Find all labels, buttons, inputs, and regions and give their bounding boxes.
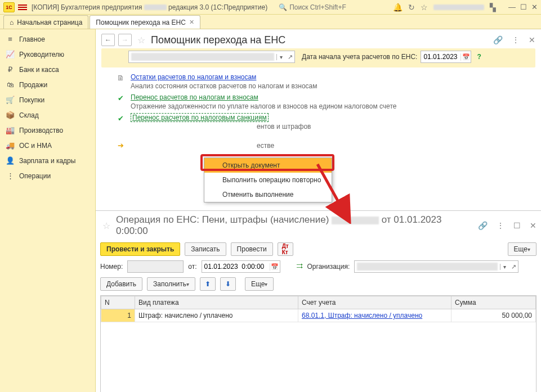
number-input[interactable]: [127, 260, 184, 273]
sidebar-item-assets[interactable]: 🚚ОС и НМА: [0, 138, 95, 153]
tab-assistant[interactable]: Помощник перехода на ЕНС ✕: [90, 15, 200, 29]
date-label: Дата начала учета расчетов по ЕНС:: [302, 53, 417, 61]
move-down-button[interactable]: ⬇: [220, 277, 236, 291]
bell-icon[interactable]: 🔔: [393, 3, 403, 12]
factory-icon: 🏭: [6, 126, 15, 134]
menu-item-open-doc[interactable]: Открыть документ: [204, 158, 332, 173]
sidebar-item-bank[interactable]: ₽Банк и касса: [0, 62, 95, 77]
search-input[interactable]: [289, 3, 363, 11]
close-icon[interactable]: ✕: [189, 19, 194, 26]
doc-window: ☆ Операция по ЕНС: Пени, штрафы (начисле…: [96, 210, 541, 392]
journal-icon: ⋮: [6, 172, 15, 180]
history-icon[interactable]: ↻: [408, 3, 415, 12]
col-type[interactable]: Вид платежа: [135, 296, 298, 309]
sidebar-item-production[interactable]: 🏭Производство: [0, 123, 95, 138]
org-row: ▾ ↗ Дата начала учета расчетов по ЕНС: 📅…: [101, 48, 535, 67]
cell-sum: 50 000,00: [451, 309, 536, 322]
col-account[interactable]: Счет учета: [298, 296, 451, 309]
context-menu: Открыть документ Выполнить операцию повт…: [204, 157, 332, 202]
move-up-button[interactable]: ⬆: [200, 277, 216, 291]
tab-assistant-label: Помощник перехода на ЕНС: [96, 19, 186, 26]
user-blur: [433, 4, 484, 10]
help-icon[interactable]: ?: [477, 53, 481, 61]
dt-kt-button[interactable]: ДтКт: [278, 242, 293, 256]
sidebar-item-manager[interactable]: 📈Руководителю: [0, 47, 95, 62]
step-link[interactable]: Перенос расчетов по налоговым санкциям: [131, 113, 269, 122]
tab-home[interactable]: ⌂ Начальная страница: [3, 15, 88, 29]
sidebar-item-hr[interactable]: 👤Зарплата и кадры: [0, 153, 95, 168]
main-menu-icon[interactable]: [18, 4, 27, 10]
favorite-icon[interactable]: ☆: [137, 35, 145, 46]
col-sum[interactable]: Сумма: [451, 296, 536, 309]
more-button[interactable]: Еще: [508, 242, 536, 256]
app-title: [КОПИЯ] Бухгалтерия предприятия редакция…: [32, 3, 267, 11]
favorite-icon[interactable]: ☆: [102, 220, 110, 231]
cell-account: 68.01.1, Штраф: начислено / уплачено: [298, 309, 451, 322]
account-link[interactable]: 68.01.1, Штраф: начислено / уплачено: [302, 312, 422, 319]
menu-item-rerun[interactable]: Выполнить операцию повторно: [204, 173, 332, 187]
check-icon: ✔: [116, 114, 125, 123]
sidebar-item-warehouse[interactable]: 📦Склад: [0, 107, 95, 123]
chevron-down-icon[interactable]: ▾: [276, 54, 285, 60]
step-desc: естве: [131, 142, 535, 150]
step-1: 🗎 Остатки расчетов по налогам и взносам …: [116, 73, 535, 90]
maximize-icon[interactable]: ☐: [513, 221, 521, 230]
link-icon[interactable]: 🔗: [478, 221, 488, 230]
kebab-icon[interactable]: ⋮: [497, 221, 504, 230]
sidebar-item-operations[interactable]: ⋮Операции: [0, 168, 95, 183]
calendar-icon[interactable]: 📅: [460, 53, 471, 61]
sidebar-item-label: Руководителю: [19, 51, 64, 58]
sidebar-item-main[interactable]: ≡Главное: [0, 31, 95, 47]
sidebar-item-label: Покупки: [19, 96, 44, 104]
step-link[interactable]: Остатки расчетов по налогам и взносам: [131, 73, 256, 81]
grid-toolbar: Добавить Заполнить ⬆ ⬇ Еще: [96, 275, 541, 293]
sidebar-item-label: Склад: [19, 111, 39, 119]
doc-toolbar: Провести и закрыть Записать Провести ДтК…: [96, 240, 541, 258]
doc-date-field[interactable]: 📅: [202, 260, 280, 273]
sidebar-item-purchases[interactable]: 🛒Покупки: [0, 92, 95, 107]
post-button[interactable]: Провести: [231, 242, 273, 256]
add-button[interactable]: Добавить: [100, 277, 142, 291]
step-link[interactable]: Перенос расчетов по налогам и взносам: [131, 93, 258, 101]
table-row[interactable]: 1 Штраф: начислено / уплачено 68.01.1, Ш…: [101, 309, 536, 322]
nav-back-button[interactable]: ←: [101, 34, 115, 46]
box-icon: 📦: [6, 111, 15, 119]
open-icon[interactable]: ↗: [509, 263, 518, 271]
start-date-field[interactable]: 📅: [421, 51, 471, 63]
star-icon[interactable]: ☆: [421, 3, 428, 12]
close-button[interactable]: ✕: [531, 3, 538, 11]
apps-icon[interactable]: ▚: [490, 3, 496, 12]
maximize-button[interactable]: ☐: [520, 3, 527, 11]
doc-title: Операция по ЕНС: Пени, штрафы (начислени…: [116, 214, 466, 237]
start-date-input[interactable]: [421, 53, 460, 61]
org-value-blur: [131, 53, 274, 61]
post-close-button[interactable]: Провести и закрыть: [100, 242, 180, 256]
link-icon[interactable]: 🔗: [493, 35, 503, 44]
chevron-down-icon[interactable]: ▾: [500, 264, 509, 270]
close-icon[interactable]: ✕: [529, 35, 535, 44]
calendar-icon[interactable]: 📅: [270, 263, 280, 271]
sidebar-item-label: ОС и НМА: [19, 142, 52, 150]
payments-grid[interactable]: N Вид платежа Счет учета Сумма 1 Штраф: …: [100, 295, 536, 392]
menu-item-cancel[interactable]: Отменить выполнение: [204, 187, 332, 202]
close-icon[interactable]: ✕: [530, 221, 536, 230]
more-button[interactable]: Еще: [245, 277, 274, 291]
nav-forward-button[interactable]: →: [118, 34, 132, 46]
doc-date-input[interactable]: [202, 263, 270, 271]
col-n[interactable]: N: [101, 296, 135, 309]
doc-org-combo[interactable]: ▾ ↗: [354, 260, 518, 273]
show-movements-icon[interactable]: ⮆: [296, 263, 303, 271]
write-button[interactable]: Записать: [185, 242, 226, 256]
org-combo[interactable]: ▾ ↗: [128, 51, 295, 63]
kebab-icon[interactable]: ⋮: [512, 35, 520, 44]
fill-button[interactable]: Заполнить: [147, 277, 195, 291]
open-icon[interactable]: ↗: [285, 53, 294, 61]
cart-icon: 🛒: [6, 96, 15, 104]
doc-icon: 🗎: [116, 74, 125, 82]
sidebar-item-label: Банк и касса: [19, 66, 59, 74]
sidebar-item-sales[interactable]: 🛍Продажи: [0, 77, 95, 92]
sidebar-item-label: Операции: [19, 172, 51, 180]
step-3: ✔ Перенос расчетов по налоговым санкциям…: [116, 114, 535, 130]
global-search[interactable]: 🔍: [279, 3, 363, 11]
minimize-button[interactable]: —: [508, 3, 516, 11]
